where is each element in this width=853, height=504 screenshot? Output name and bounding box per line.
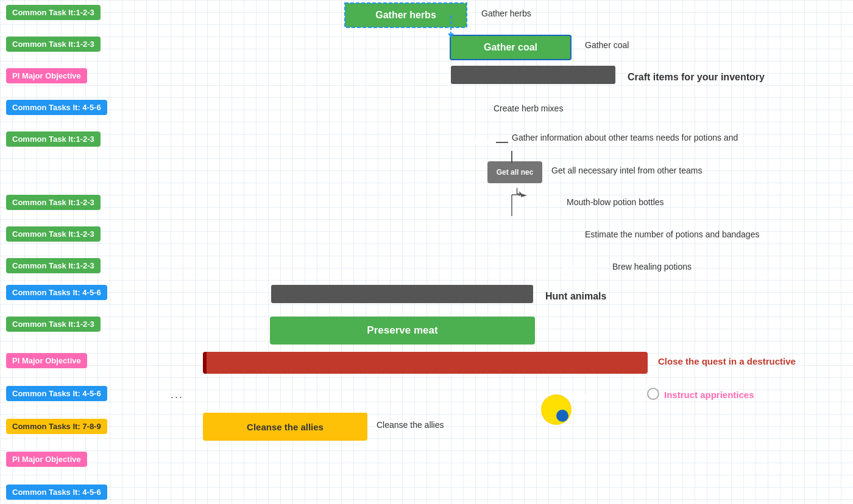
sidebar-item-8[interactable]: Common Task It:1-2-3 <box>6 258 101 273</box>
sidebar-item-14[interactable]: PI Major Objective <box>6 452 87 467</box>
create-herb-label: Create herb mixes <box>494 103 563 113</box>
brew-healing-bar[interactable]: Brew he <box>554 257 603 279</box>
estimate-bar[interactable]: Es <box>554 225 579 247</box>
gather-herbs-bar[interactable]: Gather herbs <box>345 3 467 27</box>
connector-h1 <box>496 142 508 143</box>
sidebar-item-2[interactable]: Common Task It:1-2-3 <box>6 37 101 52</box>
preserve-meat-bar[interactable]: Preserve meat <box>270 317 535 345</box>
craft-items-label: Craft items for your inventory <box>628 72 765 83</box>
get-all-intel-label: Get all necessary intel from other teams <box>551 166 702 175</box>
three-dots-menu[interactable]: ··· <box>171 391 183 404</box>
sidebar-item-4[interactable]: Common Tasks It: 4-5-6 <box>6 100 107 115</box>
sidebar-item-6[interactable]: Common Task It:1-2-3 <box>6 195 101 210</box>
mouth-blow-label: Mouth-blow potion bottles <box>567 197 664 207</box>
instruct-label: Instruct apprientices <box>664 390 754 400</box>
gather-coal-label: Gather coal <box>585 40 629 50</box>
sidebar-item-9[interactable]: Common Tasks It: 4-5-6 <box>6 285 107 300</box>
sidebar-item-5[interactable]: Common Task It:1-2-3 <box>6 131 101 147</box>
gather-info-label: Gather information about other teams nee… <box>512 133 738 142</box>
svg-rect-4 <box>271 285 533 303</box>
sidebar-item-15[interactable]: Common Tasks It: 4-5-6 <box>6 485 107 500</box>
estimate-label: Estimate the number of potions and banda… <box>585 229 759 239</box>
close-quest-label: Close the quest in a destructive <box>658 356 796 366</box>
cleanse-bar[interactable]: Cleanse the allies <box>203 413 367 441</box>
sidebar-item-12[interactable]: Common Tasks It: 4-5-6 <box>6 386 107 401</box>
brew-healing-label: Brew healing potions <box>612 262 692 271</box>
main-container: Common Task It:1-2-3 Common Task It:1-2-… <box>0 0 853 504</box>
svg-rect-3 <box>451 66 615 84</box>
cursor-drag-indicator <box>541 394 572 425</box>
get-all-intel-bar[interactable]: Get all nec <box>487 161 542 183</box>
gather-herbs-label: Gather herbs <box>481 9 531 18</box>
instruct-circle <box>647 388 659 400</box>
sidebar-item-11[interactable]: PI Major Objective <box>6 353 87 368</box>
create-herb-node[interactable]: Cr <box>464 99 486 121</box>
close-quest-bar[interactable] <box>203 352 648 374</box>
cleanse-label: Cleanse the allies <box>377 420 444 430</box>
mouth-blow-bar[interactable]: Mout <box>529 193 561 215</box>
hunt-animals-label: Hunt animals <box>545 291 606 302</box>
sidebar-item-1[interactable]: Common Task It:1-2-3 <box>6 5 101 20</box>
cursor-inner-dot <box>556 410 568 422</box>
arrow-l: ↳ <box>514 186 523 199</box>
gather-coal-bar[interactable]: Gather coal <box>450 35 572 60</box>
sidebar-item-3[interactable]: PI Major Objective <box>6 68 87 83</box>
sidebar-item-7[interactable]: Common Task It:1-2-3 <box>6 226 101 242</box>
sidebar-item-13[interactable]: Common Tasks It: 7-8-9 <box>6 419 107 434</box>
sidebar-item-10[interactable]: Common Task It:1-2-3 <box>6 317 101 332</box>
gather-info-node[interactable]: Gath <box>464 131 495 153</box>
